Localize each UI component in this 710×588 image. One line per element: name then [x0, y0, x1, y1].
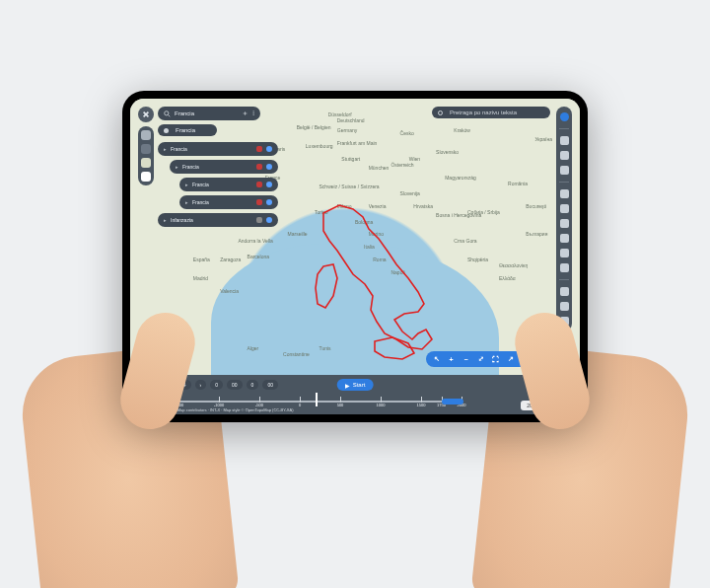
- layer-name: Francia: [182, 164, 252, 170]
- timeline-chip[interactable]: 0: [210, 380, 223, 390]
- layer-color-swatch: [256, 164, 262, 170]
- separator: [559, 279, 569, 280]
- layer-color-swatch: [256, 199, 262, 205]
- timeline-cursor[interactable]: [316, 393, 318, 406]
- globe-icon: [164, 128, 169, 133]
- target-icon: [438, 110, 443, 115]
- timeline-chip[interactable]: 00: [227, 380, 243, 390]
- layer-visibility-toggle[interactable]: [266, 182, 272, 187]
- timeline-chip[interactable]: ›: [195, 380, 207, 390]
- svg-line-1: [169, 114, 171, 116]
- settings-icon[interactable]: [560, 263, 569, 272]
- timeline-chip[interactable]: 0: [247, 380, 259, 390]
- timeline-tick-label: 0: [299, 403, 301, 407]
- user-icon[interactable]: [560, 112, 569, 121]
- layer-color-swatch: [256, 182, 262, 187]
- download-icon[interactable]: [560, 287, 569, 296]
- search-value: Francia: [175, 110, 194, 116]
- layer-visibility-toggle[interactable]: [266, 217, 272, 223]
- marker-icon[interactable]: [560, 234, 569, 243]
- grid-icon[interactable]: [560, 302, 569, 311]
- layer-panel: ▸Francia▸Francia▸Francia▸Francia▸Infanza…: [158, 142, 278, 227]
- layer-row[interactable]: ▸Francia: [179, 195, 278, 209]
- timeline-play-button[interactable]: ▶ Start: [337, 379, 374, 391]
- timeline-scale[interactable]: -2000-1500-1000-50005001000150017502000: [138, 395, 462, 408]
- layer-color-swatch: [256, 146, 262, 152]
- chevron-right-icon: ▸: [164, 146, 167, 152]
- basemap-option-2[interactable]: [141, 144, 151, 154]
- tablet-frame: DeutschlandGermanyBelgië / BelgienLuxemb…: [122, 91, 588, 422]
- layer-row[interactable]: ▸Infanzazia: [158, 213, 278, 227]
- close-panel-button[interactable]: [138, 107, 154, 122]
- layer-name: Francia: [171, 146, 252, 152]
- layer-name: Infanzazia: [171, 217, 252, 223]
- layers-icon[interactable]: [560, 151, 569, 160]
- basemap-option-1[interactable]: [141, 130, 151, 140]
- layer-color-swatch: [256, 217, 262, 223]
- chevron-right-icon: ▸: [185, 182, 188, 187]
- search-text-placeholder: Pretraga po nazivu teksta: [450, 110, 517, 115]
- timeline-panel: ‹12024›000000 ▶ Start -2000-1500-1000-50…: [130, 375, 580, 414]
- cursor-icon[interactable]: ↖: [432, 355, 441, 364]
- timeline-chip[interactable]: 00: [262, 380, 278, 390]
- separator: [559, 182, 569, 183]
- pencil-icon[interactable]: [560, 166, 569, 175]
- layer-name: Francia: [192, 182, 252, 187]
- search-icon: [164, 110, 171, 117]
- basemap-option-3[interactable]: [141, 158, 151, 168]
- play-label: Start: [353, 382, 366, 388]
- app-screen: DeutschlandGermanyBelgië / BelgienLuxemb…: [130, 99, 580, 414]
- layer-row[interactable]: ▸Francia: [170, 160, 278, 174]
- layer-row[interactable]: ▸Francia: [158, 142, 278, 156]
- right-tool-rail: [556, 107, 572, 331]
- search-text-input[interactable]: Pretraga po nazivu teksta: [432, 107, 550, 118]
- ruler-icon[interactable]: [560, 189, 569, 198]
- plus-icon[interactable]: [560, 136, 569, 145]
- search-plus-icon[interactable]: ＋: [242, 109, 248, 118]
- timeline-tick-label: 1500: [417, 403, 426, 407]
- fit-icon[interactable]: ⤢: [476, 355, 485, 364]
- filter-chip-label: Francia: [176, 127, 195, 133]
- search-input[interactable]: Francia ＋ ⁝: [158, 107, 260, 120]
- plus-icon[interactable]: +: [447, 355, 456, 364]
- layer-name: Francia: [192, 199, 252, 205]
- layer-visibility-toggle[interactable]: [266, 199, 272, 205]
- timeline-selected-range[interactable]: [442, 399, 464, 404]
- layer-visibility-toggle[interactable]: [266, 146, 272, 152]
- separator: [559, 128, 569, 129]
- search-more-icon[interactable]: ⁝: [252, 110, 254, 117]
- chevron-right-icon: ▸: [176, 164, 178, 170]
- minus-icon[interactable]: −: [462, 355, 470, 364]
- share-icon[interactable]: ↗: [506, 355, 515, 364]
- chevron-right-icon: ▸: [164, 217, 167, 223]
- chevron-right-icon: ▸: [185, 199, 188, 205]
- link-icon[interactable]: [560, 249, 569, 257]
- left-mini-toolbar: [138, 126, 154, 185]
- svg-point-0: [165, 110, 169, 114]
- play-icon: ▶: [345, 382, 350, 389]
- fullscreen-icon[interactable]: ⛶: [491, 355, 500, 364]
- basemap-option-4[interactable]: [141, 172, 151, 182]
- shape-icon[interactable]: [560, 204, 569, 213]
- layer-visibility-toggle[interactable]: [266, 164, 272, 170]
- timeline-tick-label: 1000: [377, 403, 386, 407]
- text-icon[interactable]: [560, 219, 569, 228]
- timeline-tick-label: 500: [337, 403, 344, 407]
- search-filter-chip[interactable]: Francia: [158, 124, 217, 136]
- layer-row[interactable]: ▸Francia: [179, 178, 278, 191]
